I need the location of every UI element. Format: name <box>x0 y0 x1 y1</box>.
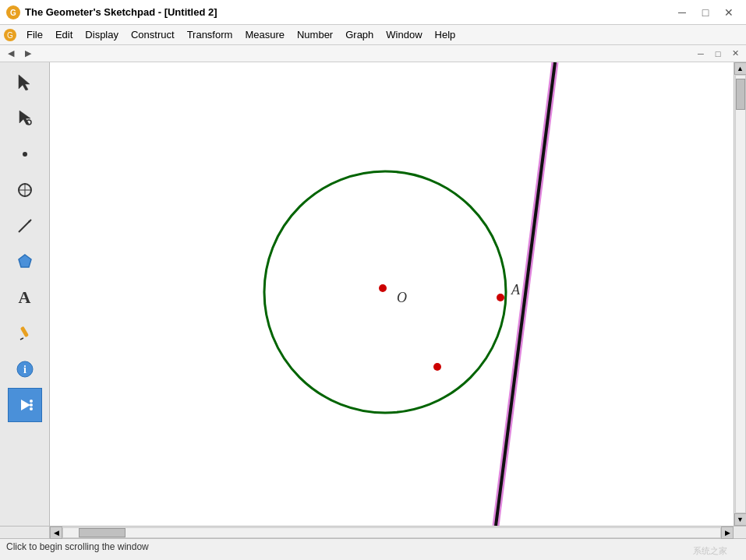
menu-help[interactable]: Help <box>429 27 462 42</box>
v-scroll-thumb[interactable] <box>736 79 745 110</box>
svg-marker-12 <box>28 220 31 223</box>
title-text: The Geometer's Sketchpad - [Untitled 2] <box>25 6 217 18</box>
canvas-area[interactable]: O A <box>50 62 734 526</box>
svg-marker-5 <box>19 111 30 125</box>
status-bar: Click to begin scrolling the window 系统之家 <box>0 538 746 554</box>
menu-graph[interactable]: Graph <box>339 27 380 42</box>
scroll-up-button[interactable]: ▲ <box>734 62 747 75</box>
animate-tool[interactable] <box>8 388 42 422</box>
svg-line-11 <box>19 220 31 232</box>
v-scroll-track[interactable] <box>735 75 746 513</box>
sub-forward-button[interactable]: ▶ <box>20 47 36 61</box>
title-bar-left: G The Geometer's Sketchpad - [Untitled 2… <box>6 5 217 19</box>
sub-maximize-button[interactable]: □ <box>710 47 726 61</box>
scroll-down-button[interactable]: ▼ <box>734 513 747 526</box>
svg-point-24 <box>264 171 506 413</box>
h-scrollbar-row: ◀ ▶ <box>0 526 746 538</box>
svg-point-19 <box>30 403 33 407</box>
info-tool[interactable]: i <box>8 352 42 386</box>
h-scrollbar-spacer <box>0 527 50 538</box>
scroll-right-button[interactable]: ▶ <box>721 527 734 539</box>
h-scrollbar: ◀ ▶ <box>50 527 734 538</box>
select-tool[interactable] <box>8 65 42 100</box>
menu-bar: G File Edit Display Construct Transform … <box>0 25 746 45</box>
svg-point-20 <box>30 400 33 403</box>
svg-text:A: A <box>511 282 521 298</box>
svg-text:G: G <box>10 9 16 17</box>
text-tool[interactable]: A <box>8 280 42 315</box>
title-bar-controls[interactable]: ─ □ ✕ <box>671 3 740 22</box>
toolbar: A i <box>0 62 50 526</box>
compass-tool[interactable] <box>8 173 42 207</box>
line-tool[interactable] <box>8 209 42 243</box>
main-layout: A i <box>0 62 746 526</box>
svg-point-27 <box>497 294 504 301</box>
maximize-button[interactable]: □ <box>695 3 716 22</box>
point-select-tool[interactable] <box>8 101 42 136</box>
menu-file[interactable]: File <box>20 27 49 42</box>
sub-close-button[interactable]: ✕ <box>727 47 743 61</box>
svg-text:G: G <box>7 31 13 40</box>
status-text: Click to begin scrolling the window <box>6 541 149 552</box>
menu-measure[interactable]: Measure <box>239 27 291 42</box>
sketch-svg: O A <box>50 62 734 526</box>
svg-point-8 <box>19 184 31 196</box>
menu-construct[interactable]: Construct <box>125 27 181 42</box>
h-scroll-thumb[interactable] <box>79 528 126 537</box>
svg-rect-14 <box>19 326 28 338</box>
svg-point-7 <box>23 152 27 157</box>
menu-items-container: G <box>3 28 20 42</box>
polygon-tool[interactable] <box>8 245 42 279</box>
h-scroll-track[interactable] <box>62 527 721 538</box>
svg-point-25 <box>379 284 387 292</box>
svg-text:O: O <box>397 290 407 305</box>
menu-edit[interactable]: Edit <box>49 27 79 42</box>
h-scrollbar-end <box>734 527 746 538</box>
svg-marker-4 <box>19 75 30 90</box>
svg-marker-13 <box>19 255 31 267</box>
svg-point-16 <box>17 361 33 377</box>
svg-line-23 <box>496 62 555 526</box>
point-tool[interactable] <box>8 137 42 171</box>
svg-point-6 <box>27 120 31 125</box>
svg-point-21 <box>30 407 33 410</box>
minimize-button[interactable]: ─ <box>671 3 693 22</box>
watermark: 系统之家 <box>693 545 727 557</box>
app-icon: G <box>6 5 20 19</box>
menu-logo: G <box>3 28 17 42</box>
sub-minimize-button[interactable]: ─ <box>693 47 709 61</box>
menu-number[interactable]: Number <box>291 27 339 42</box>
svg-text:i: i <box>23 364 27 375</box>
sub-back-button[interactable]: ◀ <box>3 47 19 61</box>
v-scrollbar: ▲ ▼ <box>734 62 746 526</box>
menu-transform[interactable]: Transform <box>181 27 239 42</box>
sub-menu-bar: ◀ ▶ ─ □ ✕ <box>0 45 746 62</box>
svg-point-29 <box>433 363 441 371</box>
svg-line-15 <box>20 338 23 340</box>
close-button[interactable]: ✕ <box>718 3 740 22</box>
scroll-left-button[interactable]: ◀ <box>50 527 62 539</box>
svg-marker-18 <box>21 400 30 410</box>
title-bar: G The Geometer's Sketchpad - [Untitled 2… <box>0 0 746 25</box>
marker-tool[interactable] <box>8 316 42 350</box>
menu-window[interactable]: Window <box>380 27 428 42</box>
menu-display[interactable]: Display <box>79 27 125 42</box>
